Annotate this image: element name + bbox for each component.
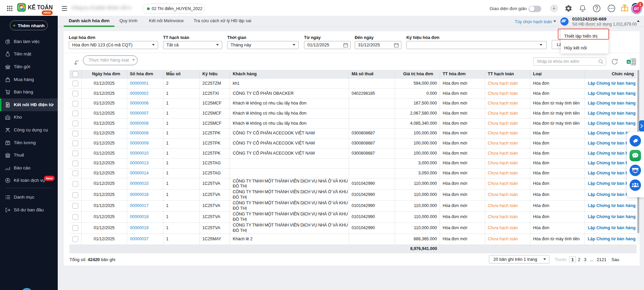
- svg-text:1: 1: [639, 3, 641, 7]
- svg-text:$: $: [7, 142, 8, 144]
- svg-text:X: X: [628, 60, 630, 64]
